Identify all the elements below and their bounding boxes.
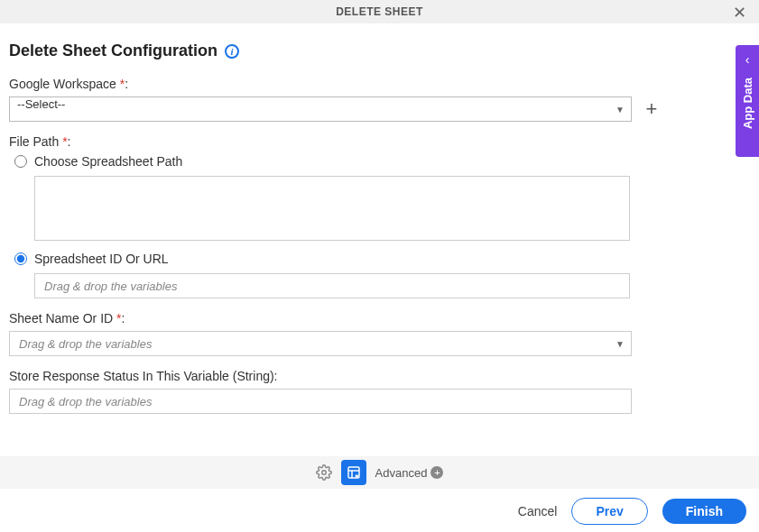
app-data-panel-toggle[interactable]: ‹ App Data — [736, 45, 759, 157]
finish-button[interactable]: Finish — [662, 499, 746, 524]
dialog-header: DELETE SHEET ✕ — [0, 0, 759, 23]
plus-circle-icon: + — [430, 466, 443, 479]
svg-point-0 — [321, 471, 326, 475]
filepath-field: File Path *: Choose Spreadsheet Path Spr… — [9, 134, 750, 298]
radio-url-row: Spreadsheet ID Or URL — [14, 252, 750, 266]
radio-choose-path-label[interactable]: Choose Spreadsheet Path — [34, 154, 182, 169]
close-icon[interactable]: ✕ — [729, 3, 750, 23]
prev-button[interactable]: Prev — [571, 498, 647, 525]
bottom-toolbar: Advanced + — [0, 456, 759, 489]
filepath-label: File Path *: — [9, 134, 750, 149]
app-data-label: App Data — [741, 78, 754, 129]
workspace-select[interactable]: --Select-- — [9, 96, 632, 122]
workspace-field: Google Workspace *: --Select-- ▼ + — [9, 77, 750, 122]
footer-buttons: Cancel Prev Finish — [518, 498, 746, 525]
spreadsheet-path-box[interactable] — [34, 176, 630, 241]
dialog-title: DELETE SHEET — [336, 5, 423, 18]
layout-icon[interactable] — [341, 460, 366, 485]
chevron-left-icon: ‹ — [745, 52, 750, 67]
radio-choose-path[interactable] — [14, 155, 27, 168]
add-workspace-button[interactable]: + — [641, 98, 662, 120]
advanced-toggle[interactable]: Advanced + — [375, 466, 444, 480]
spreadsheet-url-input[interactable]: Drag & drop the variables — [34, 273, 630, 298]
response-field: Store Response Status In This Variable (… — [9, 369, 750, 414]
cancel-button[interactable]: Cancel — [518, 504, 558, 518]
info-icon[interactable]: i — [225, 44, 239, 59]
radio-spreadsheet-url-label[interactable]: Spreadsheet ID Or URL — [34, 252, 169, 266]
response-input[interactable]: Drag & drop the variables — [9, 389, 632, 414]
workspace-select-wrap: --Select-- ▼ — [9, 96, 632, 122]
sheetname-field: Sheet Name Or ID *: Drag & drop the vari… — [9, 311, 750, 356]
content-area: Delete Sheet Configuration i Google Work… — [0, 23, 759, 414]
page-title-row: Delete Sheet Configuration i — [9, 41, 750, 60]
workspace-label: Google Workspace *: — [9, 77, 750, 91]
sheetname-select-wrap: Drag & drop the variables ▼ — [9, 331, 632, 356]
page-title: Delete Sheet Configuration — [9, 41, 218, 60]
sheetname-select[interactable]: Drag & drop the variables — [9, 331, 632, 356]
radio-choose-path-row: Choose Spreadsheet Path — [14, 154, 750, 169]
gear-icon[interactable] — [316, 464, 332, 481]
radio-spreadsheet-url[interactable] — [14, 252, 27, 265]
sheetname-label: Sheet Name Or ID *: — [9, 311, 750, 326]
response-label: Store Response Status In This Variable (… — [9, 369, 750, 383]
